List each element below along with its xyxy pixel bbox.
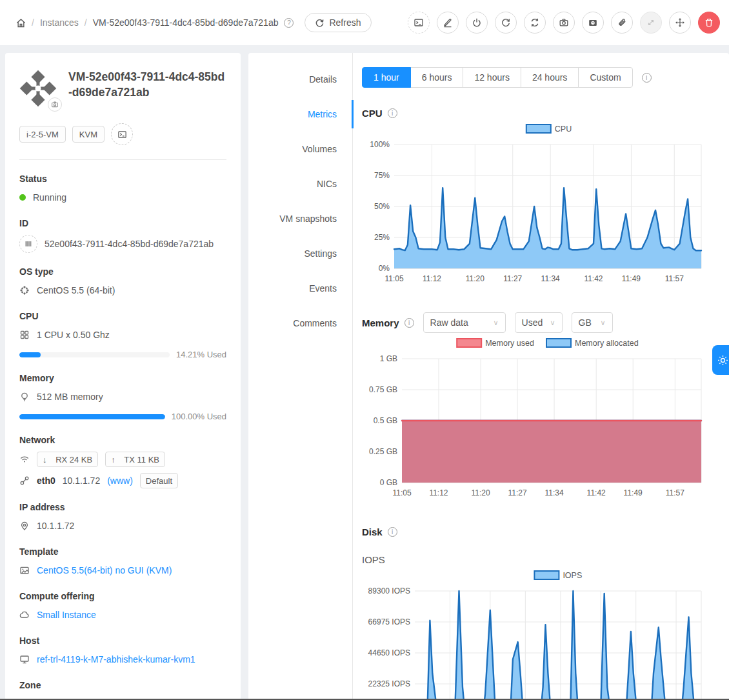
host-link[interactable]: ref-trl-4119-k-M7-abhishek-kumar-kvm1: [37, 654, 195, 665]
tab-nics[interactable]: NICs: [248, 166, 352, 201]
tab-metrics[interactable]: Metrics: [248, 97, 352, 132]
time-range-1-hour[interactable]: 1 hour: [362, 67, 411, 88]
stop-instance-button[interactable]: [466, 12, 488, 34]
time-range-info-icon[interactable]: i: [642, 73, 652, 83]
chevron-down-icon: ∨: [550, 319, 555, 327]
svg-text:0%: 0%: [379, 264, 390, 273]
time-range-6-hours[interactable]: 6 hours: [410, 67, 464, 88]
svg-text:1 GB: 1 GB: [380, 354, 397, 363]
cpu-value: 1 CPU x 0.50 Ghz: [37, 330, 110, 340]
page-header: / Instances / VM-52e00f43-7911-4dc4-85bd…: [0, 0, 729, 45]
view-console-button[interactable]: [408, 12, 430, 34]
refresh-button[interactable]: Refresh: [305, 13, 371, 32]
memory-metric-select[interactable]: Used∨: [515, 312, 563, 333]
migrate-button[interactable]: [669, 12, 691, 34]
template-link[interactable]: CentOS 5.5(64-bit) no GUI (KVM): [37, 565, 172, 575]
vm-internal-name-tag: i-2-5-VM: [19, 126, 66, 143]
svg-text:11:27: 11:27: [508, 488, 527, 497]
breadcrumb-instances[interactable]: Instances: [40, 17, 79, 28]
nic-network-link[interactable]: (www): [107, 475, 133, 486]
iops-chart: 0 IOPS22325 IOPS44650 IOPS66975 IOPS8930…: [362, 569, 729, 700]
svg-text:11:12: 11:12: [423, 274, 441, 283]
reinstall-button[interactable]: [524, 12, 546, 34]
take-snapshot-button[interactable]: [553, 12, 575, 34]
svg-text:75%: 75%: [374, 171, 390, 180]
compute-offering-label: Compute offering: [19, 591, 226, 601]
ip-address-label: IP address: [19, 502, 226, 512]
detail-panel: Details Metrics Volumes NICs VM snapshot…: [248, 53, 729, 700]
nic-link-icon: [19, 475, 30, 486]
breadcrumb-current-vm: VM-52e00f43-7911-4dc4-85bd-d69de7a721ab: [93, 17, 279, 28]
refresh-label: Refresh: [329, 17, 361, 28]
svg-text:Memory allocated: Memory allocated: [575, 339, 639, 348]
svg-text:0 GB: 0 GB: [380, 478, 397, 487]
tx-chip: ↑ TX 11 KB: [105, 452, 165, 467]
barcode-icon[interactable]: [19, 235, 37, 253]
svg-text:IOPS: IOPS: [563, 571, 582, 580]
attach-iso-button[interactable]: [611, 12, 633, 34]
action-toolbar: [408, 12, 720, 34]
recurring-snapshot-button[interactable]: [582, 12, 604, 34]
gear-icon: [717, 354, 729, 366]
console-icon: [414, 17, 424, 28]
home-icon[interactable]: [15, 17, 26, 28]
svg-text:11:34: 11:34: [541, 274, 560, 283]
wifi-icon: [19, 454, 30, 465]
vm-screenshot-badge[interactable]: [48, 97, 62, 112]
nic-default-tag: Default: [140, 473, 178, 488]
tab-events[interactable]: Events: [248, 271, 352, 306]
reboot-button[interactable]: [495, 12, 517, 34]
cpu-usage-fill: [19, 352, 41, 357]
svg-text:0.5 GB: 0.5 GB: [374, 416, 397, 425]
disk-info-icon[interactable]: i: [388, 527, 397, 537]
time-range-12-hours[interactable]: 12 hours: [463, 67, 521, 88]
iops-subtitle: IOPS: [362, 554, 729, 565]
svg-text:100%: 100%: [370, 140, 390, 149]
destroy-button[interactable]: [698, 12, 720, 34]
sync-icon: [530, 17, 540, 28]
edit-button[interactable]: [437, 12, 459, 34]
svg-text:0.75 GB: 0.75 GB: [369, 385, 397, 394]
zone-label: Zone: [19, 680, 226, 690]
hypervisor-tag: KVM: [72, 126, 105, 143]
divider: [19, 159, 226, 160]
down-arrow-icon: ↓: [43, 455, 47, 465]
tab-comments[interactable]: Comments: [248, 306, 352, 341]
time-range-custom[interactable]: Custom: [578, 67, 632, 88]
status-running-dot: [19, 194, 26, 201]
cloud-icon: [19, 610, 30, 620]
tab-settings[interactable]: Settings: [248, 236, 352, 271]
console-icon: [117, 130, 127, 139]
template-label: Template: [19, 546, 226, 557]
floating-settings-button[interactable]: [712, 345, 729, 375]
compute-offering-link[interactable]: Small Instance: [37, 610, 96, 620]
memory-unit-select[interactable]: GB∨: [572, 312, 613, 333]
power-icon: [472, 17, 482, 28]
tab-details[interactable]: Details: [248, 62, 352, 97]
tab-vm-snapshots[interactable]: VM snapshots: [248, 201, 352, 236]
memory-label: Memory: [19, 373, 226, 383]
centos-mini-icon: [19, 285, 30, 295]
svg-text:11:57: 11:57: [666, 488, 684, 497]
breadcrumb-help-icon[interactable]: ?: [284, 18, 294, 28]
breadcrumb-separator: /: [32, 17, 34, 28]
chevron-down-icon: ∨: [600, 319, 605, 327]
memory-mode-select[interactable]: Raw data∨: [423, 312, 506, 333]
memory-chart: 0 GB0.25 GB0.5 GB0.75 GB1 GB11:0511:1211…: [362, 337, 729, 506]
camera-icon: [559, 17, 569, 28]
memory-info-icon[interactable]: i: [404, 318, 414, 328]
tab-volumes[interactable]: Volumes: [248, 132, 352, 166]
svg-text:11:20: 11:20: [472, 488, 490, 497]
nic-ip: 10.1.1.72: [63, 475, 100, 486]
svg-text:11:12: 11:12: [429, 488, 448, 497]
cpu-info-icon[interactable]: i: [388, 108, 397, 118]
svg-text:44650 IOPS: 44650 IOPS: [368, 648, 410, 657]
time-range-24-hours[interactable]: 24 hours: [521, 67, 579, 88]
camera-icon: [51, 101, 59, 108]
barcode-glyph: [24, 239, 33, 248]
svg-text:11:42: 11:42: [587, 488, 606, 497]
console-shortcut-button[interactable]: [111, 123, 133, 145]
svg-text:0.25 GB: 0.25 GB: [369, 447, 397, 456]
memory-usage-fill: [19, 414, 165, 419]
status-value: Running: [33, 192, 66, 203]
